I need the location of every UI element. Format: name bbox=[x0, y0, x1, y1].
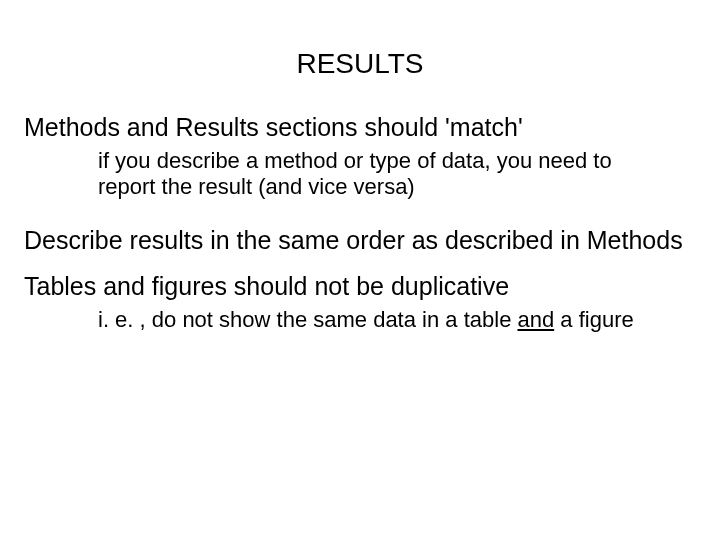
bullet-main-2: Describe results in the same order as de… bbox=[24, 225, 696, 255]
bullet-sub-3: i. e. , do not show the same data in a t… bbox=[98, 307, 658, 333]
sub3-post: a figure bbox=[554, 307, 634, 332]
slide: RESULTS Methods and Results sections sho… bbox=[0, 0, 720, 540]
slide-title: RESULTS bbox=[0, 48, 720, 80]
sub3-underlined: and bbox=[517, 307, 554, 332]
slide-body: Methods and Results sections should 'mat… bbox=[24, 112, 696, 357]
bullet-sub-1: if you describe a method or type of data… bbox=[98, 148, 658, 201]
bullet-main-1: Methods and Results sections should 'mat… bbox=[24, 112, 696, 142]
bullet-main-3: Tables and figures should not be duplica… bbox=[24, 271, 696, 301]
spacer bbox=[24, 261, 696, 271]
sub3-pre: i. e. , do not show the same data in a t… bbox=[98, 307, 517, 332]
